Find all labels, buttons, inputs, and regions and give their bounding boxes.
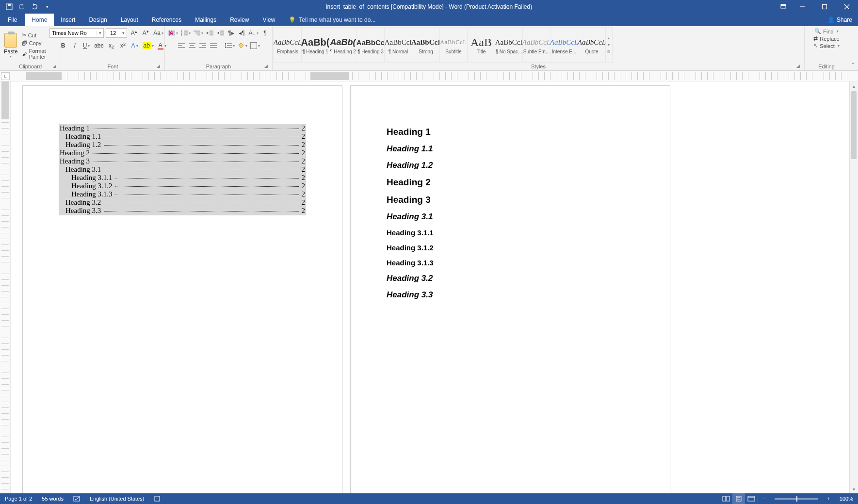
- svg-rect-1: [8, 4, 11, 6]
- line-spacing-button[interactable]: [224, 41, 236, 50]
- minimize-button[interactable]: [791, 0, 813, 14]
- group-label: Clipboard: [0, 64, 61, 70]
- font-name-combo[interactable]: Times New Ro▾: [49, 28, 104, 38]
- style--heading-2[interactable]: AaBb(¶ Heading 2: [329, 27, 357, 63]
- close-button[interactable]: [836, 0, 858, 14]
- decrease-indent-button[interactable]: [205, 28, 215, 38]
- underline-button[interactable]: U: [81, 41, 91, 50]
- increase-indent-button[interactable]: [216, 28, 226, 38]
- sort-button[interactable]: A↓: [248, 28, 259, 38]
- tab-insert[interactable]: Insert: [54, 14, 82, 26]
- tab-references[interactable]: References: [145, 14, 188, 26]
- maximize-button[interactable]: [813, 0, 836, 14]
- format-painter-button[interactable]: Format Painter: [20, 48, 58, 60]
- cut-label: Cut: [28, 33, 36, 38]
- save-button[interactable]: [4, 1, 15, 12]
- bullets-button[interactable]: [167, 28, 179, 38]
- style-quote[interactable]: AaBbCcLQuote: [578, 27, 606, 63]
- ltr-button[interactable]: ¶▸: [227, 28, 236, 38]
- qat-customize-button[interactable]: ▾: [42, 1, 52, 12]
- shrink-font-button[interactable]: A▾: [141, 28, 150, 38]
- tab-design[interactable]: Design: [82, 14, 113, 26]
- style-intense-e-[interactable]: AaBbCcLIntense E...: [550, 27, 578, 63]
- horizontal-ruler[interactable]: [26, 72, 851, 80]
- bold-button[interactable]: B: [58, 41, 68, 50]
- tab-selector[interactable]: L: [1, 72, 10, 80]
- copy-icon: [22, 40, 27, 46]
- group-label: Font: [61, 64, 164, 70]
- svg-rect-3: [781, 4, 786, 6]
- tab-home[interactable]: Home: [25, 14, 54, 26]
- style-name-label: Title: [477, 49, 486, 54]
- tab-view[interactable]: View: [256, 14, 282, 26]
- quick-access-toolbar: ▾: [0, 0, 52, 14]
- superscript-button[interactable]: x2: [118, 41, 128, 50]
- justify-button[interactable]: [209, 41, 218, 50]
- style--heading-1[interactable]: AaBb(¶ Heading 1: [301, 27, 329, 63]
- style--no-spac-[interactable]: AaBbCcI¶ No Spac...: [495, 27, 523, 63]
- style-name-label: Emphasis: [277, 49, 298, 54]
- tab-file[interactable]: File: [0, 14, 25, 26]
- replace-label: Replace: [820, 36, 839, 42]
- svg-rect-5: [823, 5, 827, 9]
- format-painter-label: Format Painter: [29, 48, 56, 60]
- align-center-button[interactable]: [187, 41, 197, 50]
- style-subtle-em-[interactable]: AaBbCcLSubtle Em...: [522, 27, 550, 63]
- tell-me-search[interactable]: 💡 Tell me what you want to do...: [282, 14, 375, 26]
- borders-button[interactable]: [249, 41, 261, 50]
- undo-button[interactable]: [16, 1, 27, 12]
- show-marks-button[interactable]: ¶: [260, 28, 270, 38]
- font-launcher[interactable]: ◢: [157, 64, 162, 69]
- lightbulb-icon: 💡: [289, 16, 296, 23]
- brush-icon: [22, 51, 27, 57]
- style-emphasis[interactable]: AaBbCcLEmphasis: [274, 27, 302, 63]
- grow-font-button[interactable]: A▴: [129, 28, 139, 38]
- subscript-button[interactable]: x2: [107, 41, 116, 50]
- replace-button[interactable]: Replace: [813, 35, 839, 42]
- select-icon: [813, 43, 818, 49]
- copy-label: Copy: [29, 40, 42, 46]
- redo-button[interactable]: [29, 1, 40, 12]
- italic-button[interactable]: I: [70, 41, 80, 50]
- titlebar: ▾ insert_table_of_contents [Compatibilit…: [0, 0, 858, 14]
- style-strong[interactable]: AaBbCcIStrong: [412, 27, 440, 63]
- style-title[interactable]: AaBTitle: [467, 27, 495, 63]
- clipboard-launcher[interactable]: ◢: [53, 64, 59, 69]
- collapse-ribbon-button[interactable]: ⌃: [848, 26, 858, 70]
- strikethrough-button[interactable]: abc: [93, 41, 104, 50]
- tab-review[interactable]: Review: [223, 14, 256, 26]
- style-name-label: Quote: [585, 49, 598, 54]
- paste-button[interactable]: Paste ▾: [3, 31, 19, 59]
- tab-layout[interactable]: Layout: [114, 14, 145, 26]
- align-left-button[interactable]: [177, 41, 186, 50]
- style-name-label: ¶ Normal: [389, 49, 408, 54]
- copy-button[interactable]: Copy: [20, 40, 58, 47]
- change-case-button[interactable]: Aa: [152, 28, 164, 38]
- select-button[interactable]: Select▾: [813, 43, 840, 49]
- style-preview: AaBbCcL: [274, 35, 302, 49]
- rtl-button[interactable]: ◂¶: [237, 28, 247, 38]
- style-name-label: ¶ No Spac...: [496, 49, 522, 54]
- styles-gallery-expand[interactable]: ▴▾⊟: [605, 27, 613, 63]
- highlight-button[interactable]: ab: [142, 41, 155, 50]
- find-label: Find: [823, 29, 833, 34]
- style-subtitle[interactable]: AaBbCcLSubtitle: [439, 27, 468, 63]
- styles-launcher[interactable]: ◢: [796, 64, 802, 69]
- paste-icon: [4, 33, 17, 48]
- text-effects-button[interactable]: A: [130, 41, 140, 50]
- group-font: Times New Ro▾ 12▾ A▴ A▾ Aa A̷ B I U abc …: [61, 26, 165, 70]
- share-button[interactable]: 👤 Share: [827, 14, 858, 26]
- style--heading-3[interactable]: AaBbCc¶ Heading 3: [356, 27, 385, 63]
- style--normal[interactable]: AaBbCcI¶ Normal: [384, 27, 412, 63]
- paragraph-launcher[interactable]: ◢: [264, 64, 270, 69]
- align-right-button[interactable]: [198, 41, 208, 50]
- find-button[interactable]: Find▾: [814, 28, 838, 34]
- cut-icon: [22, 32, 26, 38]
- numbering-button[interactable]: 123: [180, 28, 192, 38]
- tab-mailings[interactable]: Mailings: [188, 14, 223, 26]
- style-name-label: ¶ Heading 2: [330, 49, 356, 54]
- ribbon-display-options-button[interactable]: [776, 0, 791, 14]
- shading-button[interactable]: [237, 41, 248, 50]
- multilevel-list-button[interactable]: [193, 28, 204, 38]
- font-size-combo[interactable]: 12▾: [106, 28, 127, 38]
